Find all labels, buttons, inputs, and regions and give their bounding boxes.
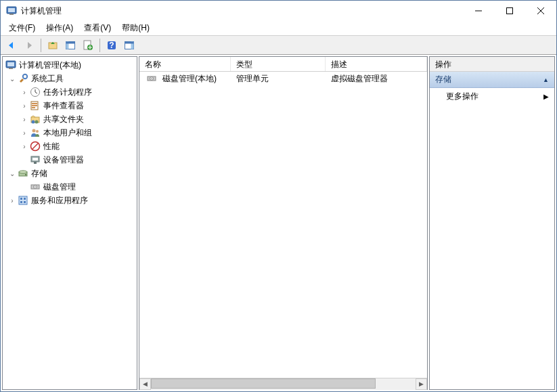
help-button[interactable]: ?: [104, 37, 120, 53]
computer-management-window: 计算机管理 文件(F) 操作(A) 查看(V) 帮助(H) ? 计算机管理(本地…: [0, 0, 557, 392]
svg-point-41: [35, 186, 36, 188]
chevron-right-icon[interactable]: ›: [8, 196, 16, 204]
tree-label: 性能: [43, 141, 60, 152]
maximize-button[interactable]: [494, 1, 525, 21]
main-pane: 名称 类型 描述 磁盘管理(本地) 管理单元 虚拟磁盘管理器 ◀ ▶: [139, 56, 428, 390]
forward-button[interactable]: [21, 37, 37, 53]
collapse-up-icon: ▲: [543, 77, 549, 83]
tree-label: 系统工具: [31, 73, 64, 85]
disk-icon: [146, 73, 157, 84]
chevron-right-icon: ▶: [543, 93, 549, 100]
chevron-right-icon[interactable]: ›: [20, 142, 28, 150]
svg-rect-26: [32, 107, 35, 108]
svg-rect-17: [125, 41, 134, 43]
event-icon: [30, 100, 41, 111]
minimize-button[interactable]: [463, 1, 494, 21]
action-section-label: 存储: [435, 74, 451, 85]
tree-label: 事件查看器: [43, 100, 84, 112]
svg-rect-4: [507, 8, 513, 14]
chevron-right-icon[interactable]: ›: [20, 129, 28, 137]
svg-point-38: [25, 174, 26, 175]
tree-label: 磁盘管理: [43, 181, 76, 193]
close-button[interactable]: [525, 1, 556, 21]
svg-text:?: ?: [109, 41, 114, 50]
cell-desc: 虚拟磁盘管理器: [326, 73, 427, 85]
svg-point-21: [23, 74, 27, 79]
tree-label: 本地用户和组: [43, 127, 92, 139]
svg-rect-34: [32, 158, 38, 160]
horizontal-scrollbar[interactable]: ◀ ▶: [139, 378, 427, 389]
chevron-right-icon[interactable]: ›: [20, 88, 28, 96]
content-area: 计算机管理(本地) ⌄ 系统工具 › 任务计划程序 › 事件查看器 › 共享文件…: [1, 55, 556, 391]
app-icon: [6, 5, 17, 16]
svg-point-29: [35, 121, 39, 124]
chevron-right-icon[interactable]: ›: [20, 115, 28, 123]
chevron-down-icon[interactable]: ⌄: [8, 74, 16, 83]
window-title: 计算机管理: [21, 5, 463, 17]
tree-shared-folders[interactable]: › 共享文件夹: [3, 112, 137, 126]
toolbar: ?: [1, 36, 556, 55]
scroll-right-arrow[interactable]: ▶: [416, 378, 427, 390]
cell-type: 管理单元: [231, 73, 326, 85]
svg-rect-20: [9, 68, 13, 69]
menu-file[interactable]: 文件(F): [3, 21, 41, 35]
chevron-right-icon[interactable]: ›: [20, 102, 28, 110]
svg-rect-10: [66, 41, 75, 43]
show-hide-tree-button[interactable]: [62, 37, 79, 53]
list-body[interactable]: 磁盘管理(本地) 管理单元 虚拟磁盘管理器: [139, 72, 427, 378]
action-header: 操作: [430, 57, 554, 72]
chevron-down-icon[interactable]: ⌄: [8, 169, 16, 177]
properties-button[interactable]: [80, 37, 96, 53]
svg-rect-42: [19, 196, 27, 204]
svg-point-49: [151, 78, 152, 79]
svg-rect-46: [24, 201, 26, 203]
col-type[interactable]: 类型: [231, 57, 326, 71]
list-row[interactable]: 磁盘管理(本地) 管理单元 虚拟磁盘管理器: [139, 72, 427, 85]
toolbar-separator: [99, 39, 100, 52]
svg-rect-43: [20, 198, 22, 200]
cell-name-text: 磁盘管理(本地): [162, 73, 217, 85]
tree-label: 存储: [31, 168, 47, 179]
scroll-thumb[interactable]: [151, 378, 376, 389]
scroll-track[interactable]: [151, 378, 416, 390]
shared-folder-icon: [30, 114, 41, 125]
titlebar[interactable]: 计算机管理: [1, 1, 556, 21]
tree-device-manager[interactable]: 设备管理器: [3, 153, 137, 167]
tree-task-scheduler[interactable]: › 任务计划程序: [3, 85, 137, 99]
svg-rect-2: [9, 14, 14, 15]
action-more-label: 更多操作: [446, 91, 478, 102]
tree-root[interactable]: 计算机管理(本地): [3, 58, 137, 72]
col-desc[interactable]: 描述: [326, 57, 427, 71]
svg-point-28: [32, 121, 35, 124]
tree-disk-management[interactable]: 磁盘管理: [3, 180, 137, 194]
tree-event-viewer[interactable]: › 事件查看器: [3, 99, 137, 112]
action-section-storage[interactable]: 存储 ▲: [430, 72, 554, 88]
tree-services-apps[interactable]: › 服务和应用程序: [3, 194, 137, 207]
tree-label: 设备管理器: [43, 154, 84, 166]
menu-view[interactable]: 查看(V): [79, 21, 116, 35]
cell-name: 磁盘管理(本地): [139, 73, 231, 85]
menu-help[interactable]: 帮助(H): [116, 21, 155, 35]
action-more[interactable]: 更多操作 ▶: [430, 88, 554, 105]
menu-action[interactable]: 操作(A): [41, 21, 79, 35]
services-icon: [18, 195, 28, 206]
scroll-left-arrow[interactable]: ◀: [139, 378, 151, 390]
svg-point-31: [36, 130, 39, 133]
window-controls: [463, 1, 556, 21]
show-hide-action-button[interactable]: [121, 37, 137, 53]
svg-point-37: [19, 171, 27, 173]
tree-local-users[interactable]: › 本地用户和组: [3, 126, 137, 139]
back-button[interactable]: [3, 37, 20, 53]
tree-pane[interactable]: 计算机管理(本地) ⌄ 系统工具 › 任务计划程序 › 事件查看器 › 共享文件…: [2, 56, 137, 390]
tree-label: 任务计划程序: [43, 87, 92, 98]
tree-system-tools[interactable]: ⌄ 系统工具: [3, 72, 137, 85]
toolbar-separator: [41, 39, 41, 52]
tree-performance[interactable]: › 性能: [3, 139, 137, 153]
tree-storage[interactable]: ⌄ 存储: [3, 167, 137, 180]
users-icon: [30, 127, 41, 138]
tools-icon: [18, 73, 28, 84]
col-name[interactable]: 名称: [139, 57, 231, 71]
up-button[interactable]: [45, 37, 61, 53]
storage-icon: [18, 168, 28, 179]
svg-rect-24: [32, 103, 37, 104]
